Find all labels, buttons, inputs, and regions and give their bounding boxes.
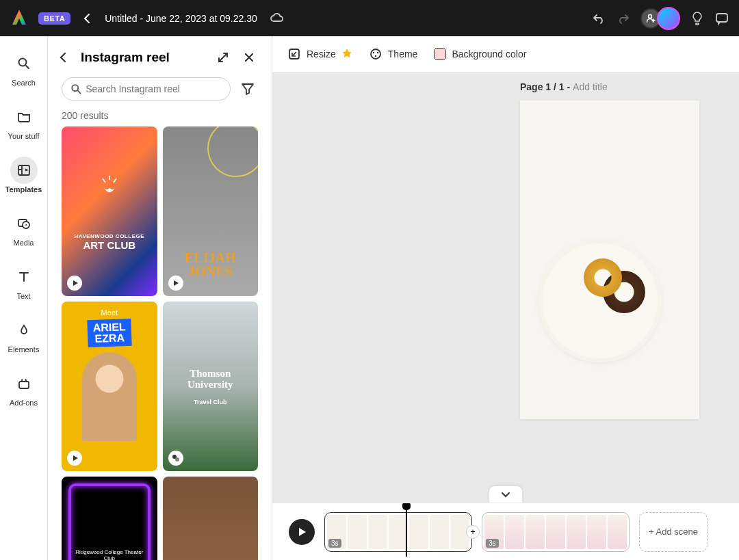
- svg-point-2: [18, 59, 26, 66]
- template-search-input[interactable]: [86, 83, 222, 94]
- play-icon: [168, 276, 183, 291]
- folder-icon: [17, 110, 31, 124]
- filter-button[interactable]: [237, 79, 258, 99]
- results-count: 200 results: [48, 106, 272, 126]
- panel-title: Instagram reel: [81, 50, 206, 65]
- timeline-scene[interactable]: 3s: [482, 512, 630, 552]
- template-card[interactable]: HAVENWOOD COLLEGE ART CLUB: [62, 126, 157, 296]
- svg-point-0: [649, 14, 652, 18]
- template-card[interactable]: Thomson University Travel Club: [163, 302, 259, 471]
- svg-point-9: [175, 457, 179, 462]
- rail-your-stuff[interactable]: Your stuff: [0, 98, 47, 151]
- rail-templates[interactable]: Templates: [0, 151, 47, 204]
- template-card[interactable]: ELIJAH JONES: [163, 126, 259, 296]
- play-icon: [67, 451, 82, 466]
- scene-duration: 3s: [328, 539, 341, 548]
- timeline: 3s + 3s + Add scene: [272, 503, 739, 560]
- canvas-workspace[interactable]: Page 1 / 1 - Add title: [272, 72, 739, 503]
- play-button[interactable]: [289, 519, 315, 545]
- collaborators[interactable]: [640, 7, 680, 30]
- beta-badge: BETA: [38, 12, 70, 25]
- cloud-sync-icon[interactable]: [270, 11, 285, 26]
- theme-button[interactable]: Theme: [369, 47, 418, 61]
- play-icon: [297, 527, 307, 537]
- comments-icon[interactable]: [714, 11, 729, 26]
- svg-rect-3: [18, 165, 29, 175]
- search-icon: [70, 83, 81, 95]
- rail-addons[interactable]: Add-ons: [0, 364, 47, 418]
- search-icon: [17, 57, 31, 70]
- top-app-bar: BETA Untitled - June 22, 2023 at 09.22.3…: [0, 0, 739, 36]
- template-graphic: [96, 172, 123, 199]
- template-card[interactable]: Ridgewood College Theater Club SHOWSTOPP…: [62, 477, 157, 560]
- collapse-timeline-button[interactable]: [489, 486, 522, 503]
- document-title[interactable]: Untitled - June 22, 2023 at 09.22.30: [105, 13, 257, 24]
- premium-icon: [341, 49, 352, 59]
- bgcolor-button[interactable]: Background color: [434, 48, 526, 60]
- resize-button[interactable]: Resize: [287, 47, 352, 61]
- canvas-area: Resize Theme Background color Page 1 / 1…: [272, 36, 739, 560]
- rail-media[interactable]: Media: [0, 204, 47, 258]
- svg-rect-6: [19, 382, 29, 388]
- text-icon: [17, 270, 31, 284]
- variant-icon: [168, 451, 183, 466]
- play-icon: [67, 276, 82, 291]
- addons-icon: [17, 377, 31, 390]
- help-icon[interactable]: [690, 11, 705, 26]
- panel-back-button[interactable]: [55, 49, 73, 66]
- media-icon: [17, 217, 31, 230]
- panel-expand-icon[interactable]: [214, 49, 232, 66]
- timeline-scene[interactable]: 3s +: [324, 512, 472, 552]
- page-indicator[interactable]: Page 1 / 1 - Add title: [520, 81, 608, 92]
- panel-close-icon[interactable]: [240, 49, 258, 66]
- app-logo: [10, 8, 30, 29]
- svg-point-11: [371, 49, 380, 59]
- theme-icon: [369, 47, 383, 61]
- templates-panel: Instagram reel 200 results HAVENWOOD COL…: [48, 36, 272, 560]
- svg-point-7: [72, 85, 78, 91]
- left-rail: Search Your stuff Templates Media Text E…: [0, 36, 48, 560]
- resize-icon: [287, 47, 301, 61]
- svg-rect-1: [716, 14, 727, 22]
- scene-duration: 3s: [486, 539, 499, 548]
- current-user-avatar[interactable]: [657, 7, 680, 30]
- bgcolor-swatch: [434, 48, 446, 60]
- template-search-box[interactable]: [62, 77, 231, 101]
- elements-icon: [17, 323, 31, 337]
- templates-icon: [17, 163, 31, 177]
- redo-button[interactable]: [616, 11, 631, 26]
- svg-point-13: [376, 52, 378, 54]
- rail-elements[interactable]: Elements: [0, 311, 47, 364]
- add-scene-button[interactable]: + Add scene: [639, 512, 708, 552]
- canvas-toolbar: Resize Theme Background color: [272, 36, 739, 72]
- svg-point-14: [374, 55, 376, 57]
- canvas-image[interactable]: [539, 239, 662, 362]
- chevron-down-icon: [500, 489, 511, 500]
- template-card[interactable]: Meet ARIELEZRA: [62, 302, 157, 471]
- rail-search[interactable]: Search: [0, 44, 47, 98]
- back-button[interactable]: [79, 10, 96, 27]
- template-card[interactable]: [163, 477, 259, 560]
- add-frame-button[interactable]: +: [466, 525, 480, 539]
- playhead[interactable]: [406, 507, 407, 557]
- svg-point-12: [372, 52, 374, 54]
- undo-button[interactable]: [591, 11, 606, 26]
- canvas-page[interactable]: [520, 101, 699, 419]
- rail-text[interactable]: Text: [0, 258, 47, 311]
